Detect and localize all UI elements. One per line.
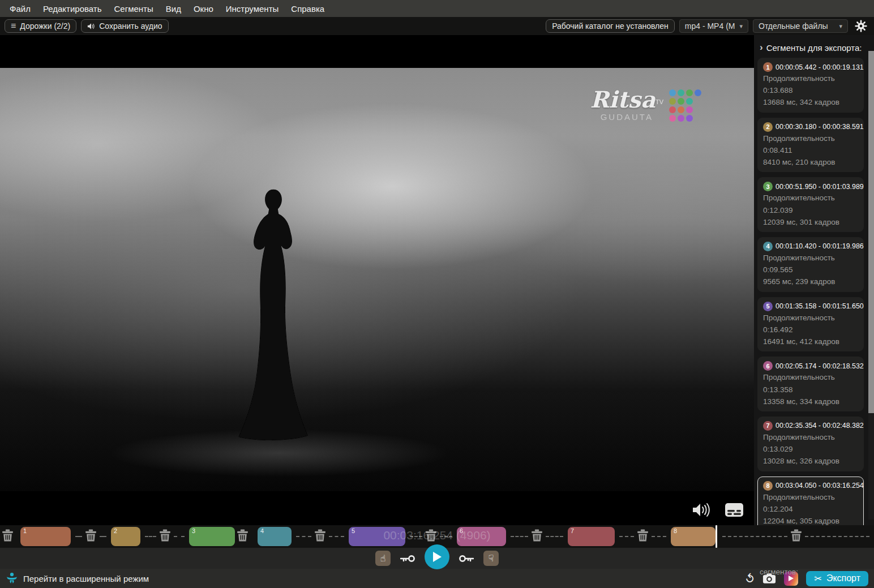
timeline-segment-number: 2: [114, 527, 117, 534]
timeline-segment-number: 3: [192, 527, 195, 534]
gear-icon[interactable]: [855, 20, 867, 32]
logo-dot: [686, 115, 693, 122]
logo-dot: [669, 98, 676, 105]
tracks-label: Дорожки (2/2): [20, 22, 70, 31]
timeline-gap: [508, 527, 566, 546]
top-toolbar: ≡ Дорожки (2/2) Сохранить аудио Рабочий …: [0, 17, 874, 35]
seek-next-keyframe-icon[interactable]: [459, 554, 474, 563]
trash-icon[interactable]: [237, 529, 249, 542]
timeline-gap: [2, 527, 19, 546]
timeline-segment-6[interactable]: 6: [457, 527, 506, 546]
menu-item-6[interactable]: Инструменты: [220, 2, 285, 16]
working-dir-label: Рабочий каталог не установлен: [552, 22, 669, 31]
watermark-tm: TV: [656, 98, 663, 105]
trash-icon[interactable]: [85, 529, 97, 542]
timeline-segment-7[interactable]: 7: [568, 527, 615, 546]
logo-dot: [695, 106, 701, 113]
advanced-mode-toggle[interactable]: Перейти в расширенный режим: [6, 572, 149, 585]
segment-card-7[interactable]: 700:02:35.354 - 00:02:48.382Продолжитель…: [757, 417, 864, 471]
timeline-segment-8[interactable]: 8: [671, 527, 716, 546]
segment-card-2[interactable]: 200:00:30.180 - 00:00:38.591Продолжитель…: [757, 118, 864, 173]
segment-card-4[interactable]: 400:01:10.420 - 00:01:19.986Продолжитель…: [757, 237, 864, 292]
segment-card-3[interactable]: 300:00:51.950 - 00:01:03.989Продолжитель…: [757, 177, 864, 232]
segment-number-badge: 1: [763, 62, 773, 72]
segment-duration-label: Продолжительность: [763, 432, 858, 443]
timeline-segment-number: 5: [352, 527, 355, 534]
timeline-segment-5[interactable]: 5: [349, 527, 405, 546]
segment-number-badge: 6: [763, 361, 773, 371]
segment-duration-label: Продолжительность: [763, 74, 858, 84]
trash-icon[interactable]: [159, 529, 171, 542]
tracks-button[interactable]: ≡ Дорожки (2/2): [5, 19, 76, 33]
segment-number-badge: 7: [763, 421, 773, 431]
trash-icon[interactable]: [637, 529, 649, 542]
timeline-segment-number: 7: [571, 527, 574, 534]
segment-duration-value: 0:13.358: [763, 385, 858, 395]
segment-number-badge: 4: [763, 242, 773, 251]
logo-dot: [686, 106, 693, 113]
segment-duration-value: 0:08.411: [763, 145, 858, 156]
timeline-gap: [293, 527, 347, 546]
menu-item-3[interactable]: Сегменты: [108, 2, 160, 16]
hand-down-icon: ☟: [489, 553, 494, 564]
segment-details: 13688 мс, 342 кадров: [763, 97, 858, 108]
timeline-gap: [72, 527, 109, 546]
timeline-segment-number: 1: [23, 527, 27, 534]
segment-duration-value: 0:12.039: [763, 205, 858, 216]
timeline-segment-number: 6: [460, 527, 463, 534]
segment-duration-label: Продолжительность: [763, 253, 858, 263]
segment-time-range: 00:00:05.442 - 00:00:19.131: [776, 63, 864, 71]
segment-card-8[interactable]: 800:03:04.050 - 00:03:16.254Продолжитель…: [757, 477, 864, 531]
seek-prev-keyframe-icon[interactable]: [400, 554, 415, 563]
trash-icon[interactable]: [790, 529, 802, 542]
channel-watermark: RitsaTV GUDAUTA: [590, 88, 702, 122]
advanced-mode-label: Перейти в расширенный режим: [23, 574, 149, 583]
menu-item-7[interactable]: Справка: [285, 2, 331, 16]
timeline-segment-1[interactable]: 1: [20, 527, 71, 546]
save-audio-button[interactable]: Сохранить аудио: [81, 19, 168, 33]
playhead-cursor[interactable]: [716, 525, 717, 548]
subtitles-icon[interactable]: [725, 503, 744, 517]
footer-bar: Перейти в расширенный режим ↺ ✂ Экспорт: [0, 569, 874, 588]
sidebar-scrollbar[interactable]: [868, 51, 874, 520]
segment-card-1[interactable]: 100:00:05.442 - 00:00:19.131Продолжитель…: [757, 58, 864, 113]
logo-dot: [678, 115, 684, 122]
set-cut-end-button[interactable]: ☟: [483, 551, 499, 566]
working-dir-button[interactable]: Рабочий каталог не установлен: [546, 19, 675, 33]
logo-dot: [695, 98, 701, 105]
rotate-icon[interactable]: ↺: [742, 570, 757, 586]
segment-card-6[interactable]: 600:02:05.174 - 00:02:18.532Продолжитель…: [757, 357, 864, 411]
segment-details: 9565 мс, 239 кадров: [763, 277, 858, 287]
segment-details: 16491 мс, 412 кадров: [763, 337, 858, 347]
set-cut-start-button[interactable]: ☝: [375, 551, 391, 566]
segment-time-range: 00:01:35.158 - 00:01:51.650: [776, 302, 864, 310]
timeline-segment-3[interactable]: 3: [189, 527, 235, 546]
trash-icon[interactable]: [2, 529, 14, 542]
menu-item-2[interactable]: Редактировать: [37, 2, 108, 16]
logo-dot: [678, 106, 684, 113]
chevron-down-icon: ▾: [739, 23, 743, 30]
play-button[interactable]: [425, 544, 449, 569]
format-select[interactable]: mp4 - MP4 (M ▾: [679, 19, 748, 33]
app-window: ФайлРедактироватьСегментыВидОкноИнструме…: [0, 0, 874, 588]
video-player[interactable]: RitsaTV GUDAUTA: [0, 35, 754, 525]
timeline-segment-2[interactable]: 2: [111, 527, 140, 546]
format-value: mp4 - MP4 (M: [685, 22, 735, 31]
trash-icon[interactable]: [314, 529, 326, 542]
timeline-segment-4[interactable]: 4: [258, 527, 292, 546]
output-mode-select[interactable]: Отдельные файлы ▾: [753, 19, 848, 33]
volume-icon[interactable]: [692, 503, 710, 517]
menu-item-5[interactable]: Окно: [187, 2, 220, 16]
segment-duration-value: 0:13.029: [763, 444, 858, 454]
segment-number-badge: 8: [763, 481, 773, 491]
menu-item-4[interactable]: Вид: [160, 2, 187, 16]
trash-icon[interactable]: [425, 529, 437, 542]
singer-silhouette: [225, 131, 322, 495]
collapse-sidebar-icon[interactable]: ›: [760, 42, 763, 53]
logo-dot: [669, 106, 676, 113]
menu-item-1[interactable]: Файл: [3, 2, 37, 16]
segment-card-5[interactable]: 500:01:35.158 - 00:01:51.650Продолжитель…: [757, 297, 864, 352]
trash-icon[interactable]: [531, 529, 543, 542]
logo-dot: [695, 89, 701, 96]
segment-duration-value: 0:16.492: [763, 325, 858, 335]
